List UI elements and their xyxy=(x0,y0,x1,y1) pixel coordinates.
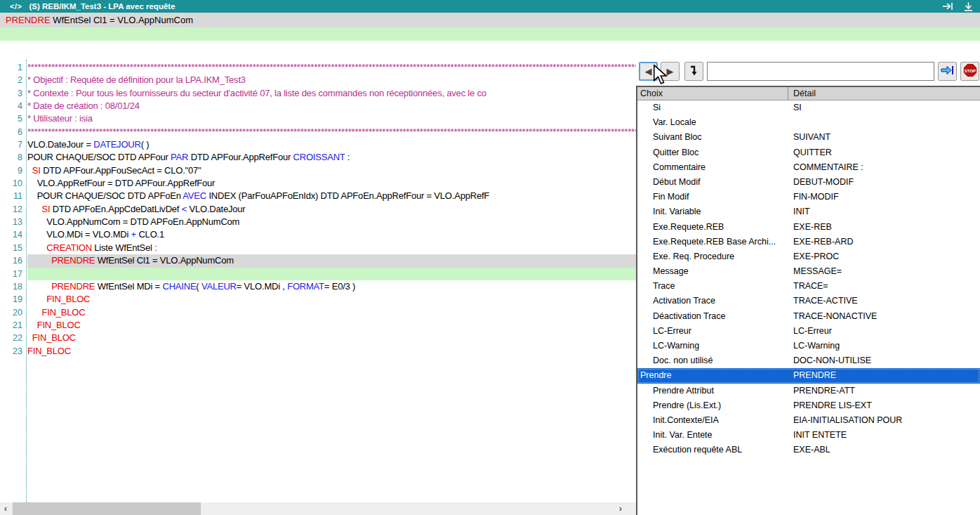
choice-row[interactable]: SiSI xyxy=(637,100,980,115)
code-line-5[interactable]: * Utilisateur : isia xyxy=(27,112,636,125)
choice-row[interactable]: LC-ErreurLC-Erreur xyxy=(637,324,980,339)
choice-detail: INIT xyxy=(788,204,980,219)
code-line-21[interactable]: FIN_BLOC xyxy=(27,319,636,332)
line-number: 17 xyxy=(0,268,26,280)
choice-detail: EIA-INITIALISATION POUR xyxy=(788,413,980,428)
choice-label: Exe. Req. Procedure xyxy=(637,249,788,264)
code-line-2[interactable]: * Objectif : Requête de définition pour … xyxy=(27,74,636,86)
line-number: 21 xyxy=(0,319,26,332)
choice-label: Doc. non utilisé xyxy=(637,353,788,368)
line-number: 20 xyxy=(0,306,26,319)
choice-row[interactable]: LC-WarningLC-Warning xyxy=(637,339,980,353)
choice-detail: PRENDRE LIS-EXT xyxy=(788,398,980,413)
column-header-detail[interactable]: Détail xyxy=(788,87,980,100)
choice-row[interactable]: Déactivation TraceTRACE-NONACTIVE xyxy=(637,309,980,324)
choices-table-body: SiSIVar. LocaleSuivant BlocSUIVANTQuitte… xyxy=(637,100,980,458)
line-number: 18 xyxy=(0,280,26,293)
choice-detail xyxy=(788,115,980,130)
code-line-6[interactable]: ****************************************… xyxy=(27,126,636,138)
choice-row[interactable]: Init. VariableINIT xyxy=(637,204,980,219)
choice-row[interactable]: Suivant BlocSUIVANT xyxy=(637,130,980,145)
scroll-left-arrow[interactable]: ‹ xyxy=(0,502,11,515)
code-line-7[interactable]: VLO.DateJour = DATEJOUR( ) xyxy=(27,138,636,151)
previous-choice-button[interactable]: ◀ xyxy=(639,62,658,81)
insert-down-arrow-icon xyxy=(689,65,698,78)
choice-row[interactable]: Var. Locale xyxy=(637,115,980,130)
choice-label: Prendre Attribut xyxy=(637,384,788,398)
code-line-17[interactable] xyxy=(27,268,636,280)
arrow-to-bar-icon[interactable] xyxy=(942,2,954,11)
line-number: 3 xyxy=(0,87,26,100)
choice-row[interactable]: Prendre AttributPRENDRE-ATT xyxy=(637,384,980,398)
choice-row[interactable]: CommentaireCOMMENTAIRE : xyxy=(637,160,980,175)
line-number: 19 xyxy=(0,293,26,306)
code-line-3[interactable]: * Contexte : Pour tous les fournisseurs … xyxy=(27,87,636,100)
left-triangle-icon: ◀ xyxy=(645,66,652,77)
choice-label: Si xyxy=(637,100,788,115)
choice-row[interactable]: Exécution requête ABLEXE-ABL xyxy=(637,443,980,457)
download-arrow-icon[interactable] xyxy=(964,2,973,11)
choice-label: Début Modif xyxy=(637,175,788,190)
lpa-editor-window: </> (S) REB/IKM_Test3 - LPA avec requête… xyxy=(0,0,980,515)
code-line-8[interactable]: POUR CHAQUE/SOC DTD APFour PAR DTD APFou… xyxy=(27,151,636,164)
choice-row[interactable]: Fin ModifFIN-MODIF xyxy=(637,190,980,204)
code-line-22[interactable]: FIN_BLOC xyxy=(27,332,636,344)
choice-detail: DEBUT-MODIF xyxy=(788,175,980,190)
code-line-23[interactable]: FIN_BLOC xyxy=(27,345,636,358)
line-number: 4 xyxy=(0,100,26,112)
code-line-10[interactable]: VLO.AppRefFour = DTD APFour.AppRefFour xyxy=(27,177,636,190)
title-bar: </> (S) REB/IKM_Test3 - LPA avec requête xyxy=(0,0,980,13)
code-line-1[interactable]: ****************************************… xyxy=(27,61,636,74)
choice-row[interactable]: Prendre (Lis.Ext.)PRENDRE LIS-EXT xyxy=(637,398,980,413)
code-tag-icon: </> xyxy=(10,2,22,11)
choice-row[interactable]: Init.Contexte/EIAEIA-INITIALISATION POUR xyxy=(637,413,980,428)
choice-row[interactable]: TraceTRACE= xyxy=(637,279,980,294)
window-title: (S) REB/IKM_Test3 - LPA avec requête xyxy=(29,2,175,11)
choice-row[interactable]: Quitter BlocQUITTER xyxy=(637,145,980,160)
command-input[interactable] xyxy=(707,62,934,81)
code-line-11[interactable]: POUR CHAQUE/SOC DTD APFoEn AVEC INDEX (P… xyxy=(27,190,636,202)
choice-detail: EXE-REB-ARD xyxy=(788,235,980,249)
code-line-18[interactable]: PRENDRE WfEntSel MDi = CHAINE( VALEUR= V… xyxy=(27,280,636,293)
stop-button[interactable]: STOP xyxy=(960,62,979,81)
scrollbar-thumb[interactable] xyxy=(13,502,201,515)
horizontal-scrollbar[interactable]: ‹ › xyxy=(0,502,636,515)
choice-row[interactable]: Exe. Req. ProcedureEXE-PROC xyxy=(637,249,980,264)
code-line-16[interactable]: PRENDRE WfEntSel Cl1 = VLO.AppNumCom xyxy=(27,254,636,267)
choice-label: Suivant Bloc xyxy=(637,130,788,145)
execute-button[interactable] xyxy=(938,62,957,81)
column-header-choix[interactable]: Choix xyxy=(637,87,788,100)
choice-row[interactable]: Init. Var. EnteteINIT ENTETE xyxy=(637,428,980,443)
scroll-right-arrow[interactable]: › xyxy=(615,502,626,515)
choice-detail: FIN-MODIF xyxy=(788,190,980,204)
line-number: 15 xyxy=(0,242,26,254)
svg-text:STOP: STOP xyxy=(964,69,975,73)
code-line-4[interactable]: * Date de création : 08/01/24 xyxy=(27,100,636,112)
choice-detail: LC-Erreur xyxy=(788,324,980,339)
choice-detail: EXE-REB xyxy=(788,220,980,235)
choice-row[interactable]: Début ModifDEBUT-MODIF xyxy=(637,175,980,190)
choice-row[interactable]: MessageMESSAGE= xyxy=(637,264,980,279)
code-line-19[interactable]: FIN_BLOC xyxy=(27,293,636,306)
code-line-12[interactable]: SI DTD APFoEn.AppCdeDatLivDef < VLO.Date… xyxy=(27,203,636,216)
code-line-20[interactable]: FIN_BLOC xyxy=(27,306,636,319)
code-editor[interactable]: 1234567891011121314151617181920212223 **… xyxy=(0,60,636,502)
choice-detail: PRENDRE-ATT xyxy=(788,384,980,398)
line-numbers: 1234567891011121314151617181920212223 xyxy=(0,60,27,502)
code-line-15[interactable]: CREATION Liste WfEntSel : xyxy=(27,242,636,254)
code-line-14[interactable]: VLO.MDi = VLO.MDi + CLO.1 xyxy=(27,228,636,241)
choice-row[interactable]: Doc. non utiliséDOC-NON-UTILISE xyxy=(637,353,980,368)
choice-row[interactable]: Exe.Requete.REBEXE-REB xyxy=(637,220,980,235)
insert-statement-button[interactable] xyxy=(684,62,703,81)
insert-point-bar xyxy=(0,27,980,41)
code-line-13[interactable]: VLO.AppNumCom = DTD APFoEn.AppNumCom xyxy=(27,216,636,228)
choice-detail: DOC-NON-UTILISE xyxy=(788,353,980,368)
line-number: 10 xyxy=(0,177,26,190)
choice-row[interactable]: Activation TraceTRACE-ACTIVE xyxy=(637,294,980,308)
code-line-9[interactable]: SI DTD APFour.AppFouSecAct = CLO."07" xyxy=(27,164,636,177)
next-choice-button[interactable]: ▶ xyxy=(661,62,680,81)
choice-row[interactable]: Exe.Requete.REB Base Archi...EXE-REB-ARD xyxy=(637,235,980,249)
choice-label: Fin Modif xyxy=(637,190,788,204)
choice-row[interactable]: PrendrePRENDRE xyxy=(637,368,980,383)
line-number: 12 xyxy=(0,203,26,216)
